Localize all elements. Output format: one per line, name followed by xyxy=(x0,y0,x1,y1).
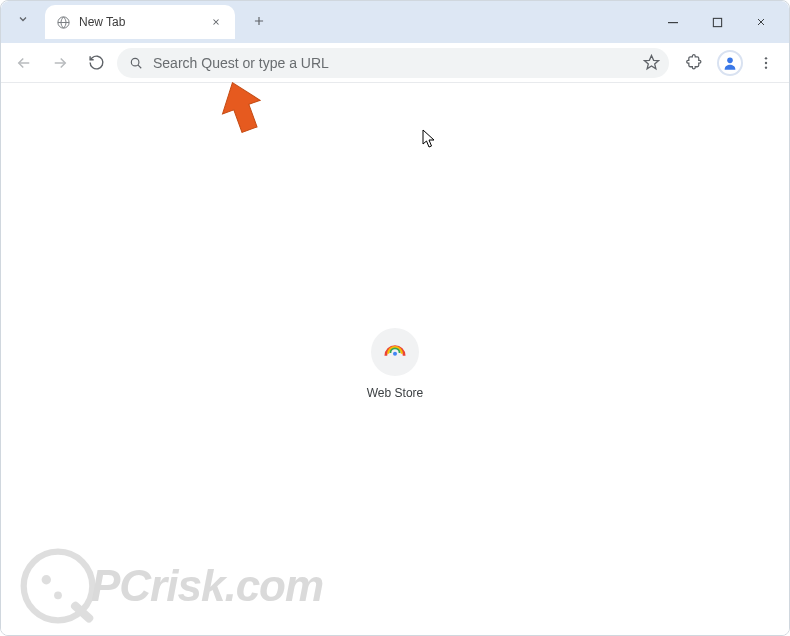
forward-button[interactable] xyxy=(45,48,75,78)
globe-icon xyxy=(55,14,71,30)
svg-point-6 xyxy=(727,57,733,63)
svg-point-9 xyxy=(765,66,767,68)
new-tab-button[interactable] xyxy=(245,7,273,35)
search-icon xyxy=(129,56,143,70)
svg-marker-5 xyxy=(644,55,658,68)
tab-title: New Tab xyxy=(79,15,207,29)
profile-button[interactable] xyxy=(717,50,743,76)
svg-rect-2 xyxy=(713,18,721,26)
bookmark-button[interactable] xyxy=(639,51,663,75)
search-tabs-button[interactable] xyxy=(9,5,37,33)
back-button[interactable] xyxy=(9,48,39,78)
close-window-button[interactable] xyxy=(751,12,771,32)
tab-newtab[interactable]: New Tab xyxy=(45,5,235,39)
shortcut-label: Web Store xyxy=(367,386,423,400)
maximize-button[interactable] xyxy=(707,12,727,32)
reload-button[interactable] xyxy=(81,48,111,78)
titlebar: New Tab xyxy=(1,1,789,43)
web-store-icon xyxy=(384,341,406,363)
watermark: PCrisk.com xyxy=(19,547,323,625)
svg-point-8 xyxy=(765,61,767,63)
svg-point-7 xyxy=(765,57,767,59)
toolbar: Search Quest or type a URL xyxy=(1,43,789,83)
omnibox-placeholder: Search Quest or type a URL xyxy=(153,55,629,71)
omnibox[interactable]: Search Quest or type a URL xyxy=(117,48,669,78)
close-tab-button[interactable] xyxy=(207,13,225,31)
watermark-text: PCrisk.com xyxy=(91,561,323,611)
svg-point-10 xyxy=(393,352,397,356)
svg-point-12 xyxy=(42,575,51,584)
svg-point-3 xyxy=(131,58,139,66)
minimize-button[interactable] xyxy=(663,12,683,32)
shortcut-icon-circle xyxy=(371,328,419,376)
svg-rect-1 xyxy=(668,22,678,23)
watermark-logo-icon xyxy=(19,547,97,625)
svg-point-13 xyxy=(54,591,62,599)
extensions-button[interactable] xyxy=(679,48,709,78)
shortcut-web-store[interactable]: Web Store xyxy=(345,328,445,400)
menu-button[interactable] xyxy=(751,48,781,78)
svg-line-4 xyxy=(138,64,141,67)
content-area: Web Store PCrisk.com xyxy=(1,83,789,636)
